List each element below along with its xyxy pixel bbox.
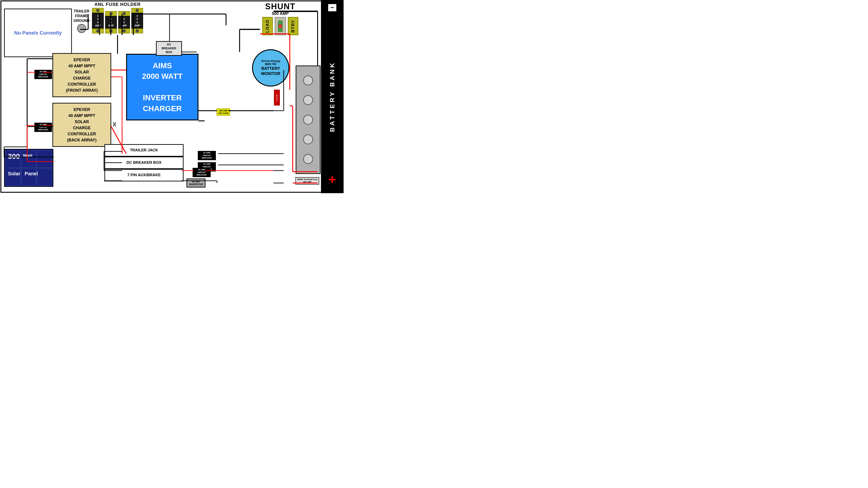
anl-title: ANL FUSE HOLDER [84, 2, 151, 7]
dc-breaker-box: DC BREAKER BOX [104, 157, 184, 169]
shunt-connector-inner [278, 21, 283, 32]
fuse-body-2: 40AMP [105, 16, 117, 29]
shunt-title: SHUNT [262, 2, 298, 11]
terminal-circle-5 [303, 154, 313, 164]
fuse-bolt-3 [123, 12, 126, 15]
epever-front-text: EPEVER 40 AMP MPPT SOLAR CHARGE CONTROLL… [66, 57, 98, 94]
battery-bank-plus: + [328, 173, 336, 186]
epever-back-text: EPEVER 40 AMP MPPT SOLAR CHARGE CONTROLL… [67, 107, 97, 143]
solar-watt-label: Watt [23, 153, 33, 158]
solar-solar-label: Solar [8, 171, 20, 177]
connector-symbol: )( [113, 122, 116, 127]
fuse-bot-1 [92, 29, 104, 33]
aims-text: AIMS 2000 WATT INVERTER CHARGER [142, 60, 183, 114]
fuse-body-1: 300AMP [92, 13, 104, 29]
terminal-circle-1 [303, 75, 313, 86]
fuse-bolt-4 [135, 9, 139, 12]
cb-30: 30 AMP CIRCUIT BREAKER [193, 168, 211, 177]
trailer-frame-text2: FRAME [75, 14, 88, 18]
battery-bank-minus: − [328, 4, 336, 11]
battery-bank: − BATTERY BANK + [321, 0, 344, 193]
fuse-block-40-right: 40AMP [118, 11, 130, 33]
fuse-top-3 [118, 11, 130, 16]
no-panels-text: No Panels Currently [14, 30, 62, 36]
fuse-bolt-1b [96, 29, 99, 33]
shunt-btry-block: BTRY [288, 17, 298, 35]
trailer-frame-text: TRAILER [74, 9, 89, 13]
solar-watts: 300 [8, 152, 20, 161]
fuse-bolt-1 [96, 9, 99, 12]
shortstop: 50 AMP SHORTSTOP [186, 178, 206, 188]
anl-inline-fuse: 200 AMPANL FUSE [217, 108, 230, 116]
mrbf-terminal-fuse: MRBF Terminal Fuse 300 AMP [296, 177, 319, 185]
fuse-bolt-2 [110, 12, 113, 15]
anl-fuses: 300AMP 40AMP [84, 8, 151, 33]
fuse-top-4 [131, 8, 143, 13]
fuse-bolt-3b [123, 29, 126, 33]
shunt-connector [275, 17, 286, 35]
dc-breaker-label: DC BREAKER BOX [127, 160, 162, 165]
fuse-vertical-text: FUSE [276, 94, 278, 101]
fuse-top-2 [105, 11, 117, 16]
terminal-circle-2 [303, 95, 313, 105]
fuse-block-300-right: 300AMP [131, 8, 143, 33]
fuse-block-40-left: 40AMP [105, 11, 117, 33]
anl-fuse-holder: ANL FUSE HOLDER 300AMP 40AMP [84, 2, 151, 33]
shunt-area: SHUNT 500 AMP LOAD BTRY [262, 2, 298, 35]
fuse-body-4: 300AMP [131, 13, 143, 29]
cb-40-back: 40 AMP CIRCUIT BREAKER [34, 123, 52, 132]
diagram: − BATTERY BANK + No Panels Currently ANL… [0, 0, 344, 193]
epever-front-controller: EPEVER 40 AMP MPPT SOLAR CHARGE CONTROLL… [53, 53, 111, 97]
fuse-bolt-2b [110, 29, 113, 33]
anl-inline-text: 200 AMPANL FUSE [218, 109, 228, 114]
trailer-frame-ground: TRAILER FRAME GROUND [73, 9, 90, 33]
trailer-jack-label: TRAILER JACK [130, 148, 158, 153]
fuse-block-300-left: 300AMP [92, 8, 104, 33]
solar-cell-6 [37, 168, 52, 186]
svg-line-20 [290, 105, 293, 106]
fuse-bot-2 [105, 29, 117, 33]
solar-panel: 300 Watt Solar Panel [4, 149, 53, 187]
ac-breaker-box: AC BREAKER BOX [156, 41, 182, 56]
battery-bank-text: BATTERY BANK [329, 61, 336, 132]
battery-monitor: Victron EnergyBMV-700 BATTERYMONITOR [252, 49, 289, 87]
fuse-body-3: 40AMP [118, 16, 130, 29]
shunt-subtitle: 500 AMP [262, 11, 298, 16]
no-panels-box: No Panels Currently [4, 8, 72, 57]
epever-back-controller: EPEVER 40 AMP MPPT SOLAR CHARGE CONTROLL… [53, 103, 111, 147]
solar-cell-2 [21, 150, 36, 168]
aims-inverter: AIMS 2000 WATT INVERTER CHARGER [126, 54, 198, 121]
battery-monitor-brand: Victron EnergyBMV-700 [261, 59, 280, 66]
fuse-bot-4 [131, 29, 143, 33]
fuse-vertical: FUSE [274, 90, 280, 105]
ac-breaker-text: AC BREAKER BOX [162, 43, 176, 54]
trailer-frame-text3: GROUND [73, 19, 90, 23]
cb-40-bot1: 40 AMP CIRCUIT BREAKER [198, 151, 216, 160]
fuse-bot-3 [118, 29, 130, 33]
seven-pin-label: 7 PIN AUX/BRAKE [127, 173, 161, 177]
shunt-load-block: LOAD [262, 17, 273, 35]
terminal-circle-3 [303, 115, 313, 125]
cb-40-front: 40 AMP CIRCUIT BREAKER [34, 70, 52, 79]
solar-cell-3 [37, 150, 52, 168]
shunt-connector-dot [278, 24, 282, 28]
terminal-circle-4 [303, 134, 313, 144]
battery-terminals [296, 66, 320, 174]
battery-monitor-label: BATTERYMONITOR [261, 66, 280, 76]
seven-pin-box: 7 PIN AUX/BRAKE [104, 169, 184, 182]
ground-circle [77, 24, 86, 33]
solar-panel-label: Panel [25, 171, 38, 177]
fuse-bolt-4b [135, 29, 139, 33]
fuse-top-1 [92, 8, 104, 13]
trailer-jack-box: TRAILER JACK [104, 144, 184, 157]
shunt-blocks: LOAD BTRY [262, 17, 298, 35]
